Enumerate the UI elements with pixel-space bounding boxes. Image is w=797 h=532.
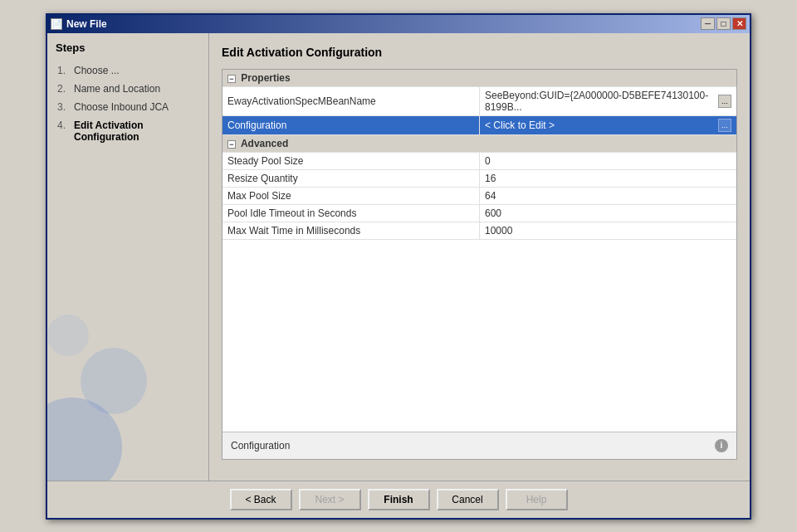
step-label-4: Edit Activation Configuration	[74, 120, 198, 143]
window-body: Steps 1. Choose ... 2. Name and Location…	[47, 33, 750, 481]
step-num-2: 2.	[57, 83, 74, 95]
table-row-resize-quantity: Resize Quantity 16	[222, 169, 736, 187]
configuration-value-text: < Click to Edit >	[485, 120, 555, 131]
window-icon: 📄	[51, 18, 62, 30]
step-num-3: 3.	[57, 101, 74, 113]
configuration-value-container: < Click to Edit > ...	[485, 119, 731, 132]
sidebar-decoration	[47, 315, 208, 481]
steady-pool-value: 0	[480, 152, 737, 169]
properties-section-header: − Properties	[222, 70, 736, 87]
step-label-2: Name and Location	[74, 83, 198, 95]
config-spacer	[222, 240, 736, 432]
main-window: 📄 New File ─ □ ✕ Steps 1. Choose ... 2. …	[46, 13, 751, 520]
maximize-button[interactable]: □	[716, 17, 731, 30]
advanced-section-header: − Advanced	[222, 134, 736, 152]
config-bottom-bar: Configuration i	[222, 432, 736, 459]
mbean-value-cell: SeeBeyond:GUID={2A000000-D5BEFE74130100-…	[480, 86, 737, 115]
next-button[interactable]: Next >	[299, 489, 361, 510]
back-button[interactable]: < Back	[230, 489, 292, 510]
step-num-1: 1.	[57, 65, 74, 76]
resize-quantity-name: Resize Quantity	[222, 169, 480, 187]
mbean-value-text: SeeBeyond:GUID={2A000000-D5BEFE74130100-…	[485, 90, 718, 113]
title-controls: ─ □ ✕	[701, 17, 746, 30]
bubble-2	[81, 348, 147, 414]
title-bar-left: 📄 New File	[51, 18, 107, 30]
steps-title: Steps	[56, 41, 200, 54]
close-button[interactable]: ✕	[732, 17, 746, 30]
bubble-3	[47, 315, 89, 356]
step-item-1: 1. Choose ...	[56, 62, 200, 79]
config-bottom-label: Configuration	[231, 440, 290, 451]
max-pool-name: Max Pool Size	[222, 187, 480, 204]
table-row-steady-pool: Steady Pool Size 0	[222, 152, 736, 169]
config-info-icon: i	[715, 439, 728, 452]
table-row-max-pool: Max Pool Size 64	[222, 187, 736, 204]
main-title: Edit Activation Configuration	[222, 46, 737, 59]
step-label-1: Choose ...	[74, 65, 198, 76]
table-row-pool-idle: Pool Idle Timeout in Seconds 600	[222, 204, 736, 222]
table-row-configuration[interactable]: Configuration < Click to Edit > ...	[222, 115, 736, 134]
table-row-mbean: EwayActivationSpecMBeanName SeeBeyond:GU…	[222, 86, 736, 115]
configuration-edit-button[interactable]: ...	[718, 119, 731, 132]
resize-quantity-value: 16	[480, 169, 737, 187]
step-num-4: 4.	[57, 120, 74, 131]
title-bar: 📄 New File ─ □ ✕	[47, 15, 750, 33]
sidebar: Steps 1. Choose ... 2. Name and Location…	[47, 33, 209, 481]
footer: < Back Next > Finish Cancel Help	[47, 481, 750, 518]
step-label-3: Choose Inbound JCA	[74, 101, 198, 113]
mbean-value-container: SeeBeyond:GUID={2A000000-D5BEFE74130100-…	[485, 90, 731, 113]
mbean-name-cell: EwayActivationSpecMBeanName	[222, 86, 480, 115]
steady-pool-name: Steady Pool Size	[222, 152, 480, 169]
step-item-4: 4. Edit Activation Configuration	[56, 117, 200, 145]
max-wait-name: Max Wait Time in Milliseconds	[222, 222, 480, 239]
window-title: New File	[66, 18, 107, 30]
steps-container: Steps 1. Choose ... 2. Name and Location…	[47, 33, 208, 155]
pool-idle-name: Pool Idle Timeout in Seconds	[222, 204, 480, 222]
minimize-button[interactable]: ─	[701, 17, 715, 30]
main-content: Edit Activation Configuration − Properti…	[209, 33, 750, 481]
configuration-name-cell: Configuration	[222, 115, 480, 134]
configuration-value-cell: < Click to Edit > ...	[480, 115, 737, 134]
cancel-button[interactable]: Cancel	[437, 489, 499, 510]
mbean-edit-button[interactable]: ...	[718, 95, 731, 108]
advanced-collapse-icon[interactable]: −	[227, 140, 236, 149]
config-table: − Properties EwayActivationSpecMBeanName…	[222, 70, 736, 240]
properties-collapse-icon[interactable]: −	[227, 75, 236, 83]
max-pool-value: 64	[480, 187, 737, 204]
step-item-3: 3. Choose Inbound JCA	[56, 99, 200, 115]
max-wait-value: 10000	[480, 222, 737, 239]
step-item-2: 2. Name and Location	[56, 81, 200, 97]
pool-idle-value: 600	[480, 204, 737, 222]
config-panel: − Properties EwayActivationSpecMBeanName…	[222, 69, 737, 460]
finish-button[interactable]: Finish	[368, 489, 430, 510]
help-button[interactable]: Help	[506, 489, 568, 510]
table-row-max-wait: Max Wait Time in Milliseconds 10000	[222, 222, 736, 239]
